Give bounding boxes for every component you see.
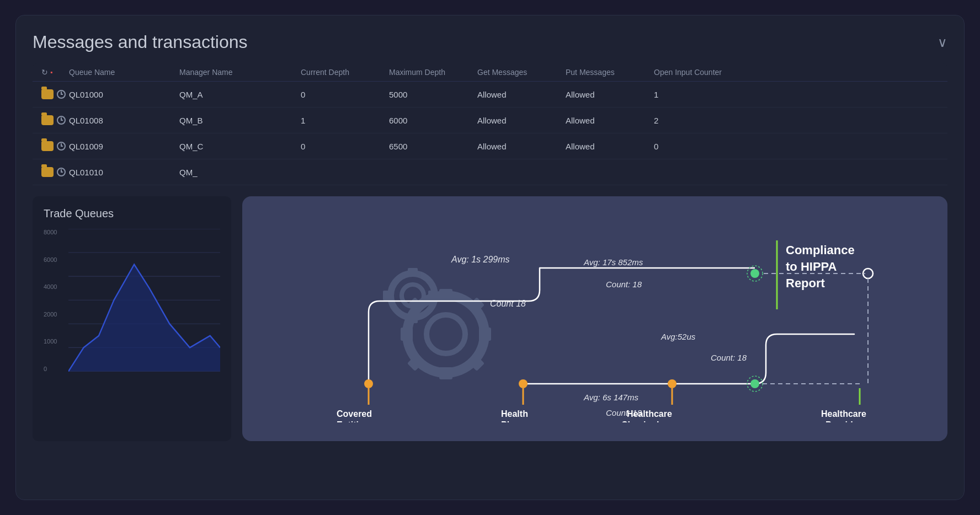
y-label-4000: 4000 xyxy=(44,283,57,290)
bottom-green-dot xyxy=(750,379,759,388)
clock-icon xyxy=(57,116,66,125)
y-label-2000: 2000 xyxy=(44,311,57,318)
clearinghouses-label: Healthcare xyxy=(627,409,672,419)
svg-text:Entities: Entities xyxy=(337,420,369,422)
row-icons xyxy=(41,167,69,177)
bottom-row: Trade Queues 8000 6000 4000 2000 1000 0 xyxy=(33,196,947,441)
cell-manager-name: QM_ xyxy=(179,168,301,177)
cell-put-messages: Allowed xyxy=(566,116,654,125)
table-row[interactable]: QL01009 QM_C 0 6500 Allowed Allowed 0 xyxy=(33,133,947,159)
section-title-text: Messages and transactions xyxy=(33,32,248,52)
cell-open-input-counter: 0 xyxy=(654,142,742,151)
y-label-6000: 6000 xyxy=(44,256,57,263)
col-header-queue-name: Queue Name xyxy=(69,68,179,77)
cell-get-messages: Allowed xyxy=(477,116,566,125)
cell-open-input-counter: 1 xyxy=(654,90,742,99)
alert-icon: ▪ xyxy=(50,68,52,76)
compliance-label: Compliance xyxy=(786,243,855,257)
col-header-manager-name: Manager Name xyxy=(179,68,301,77)
bottom-count1-label: Count: 18 xyxy=(711,353,747,362)
col-header-maximum-depth: Maximum Depth xyxy=(389,68,477,77)
svg-text:Plans: Plans xyxy=(501,420,525,422)
cell-manager-name: QM_C xyxy=(179,142,301,151)
cell-current-depth: 0 xyxy=(301,90,389,99)
flow-diagram-panel: Avg: 1s 299ms Count 18 Avg: 17s 852ms Co… xyxy=(242,196,947,441)
chart-area: 8000 6000 4000 2000 1000 0 xyxy=(44,229,220,383)
cell-manager-name: QM_B xyxy=(179,116,301,125)
top-avg-label: Avg: 1s 299ms xyxy=(451,255,510,264)
health-plans-label: Health xyxy=(501,409,528,419)
folder-icon xyxy=(41,115,54,125)
y-label-0: 0 xyxy=(44,366,57,372)
svg-rect-20 xyxy=(408,268,418,277)
providers-label: Healthcare xyxy=(821,409,866,419)
col-header-current-depth: Current Depth xyxy=(301,68,389,77)
messages-section: Messages and transactions ∨ ↻ ▪ Queue Na… xyxy=(33,32,947,185)
folder-icon xyxy=(41,141,54,151)
row-icons xyxy=(41,141,69,151)
row-icons xyxy=(41,89,69,99)
table-row[interactable]: QL01000 QM_A 0 5000 Allowed Allowed 1 xyxy=(33,82,947,108)
cell-get-messages: Allowed xyxy=(477,142,566,151)
trade-queues-panel: Trade Queues 8000 6000 4000 2000 1000 0 xyxy=(33,196,231,441)
cell-open-input-counter: 2 xyxy=(654,116,742,125)
svg-rect-23 xyxy=(428,291,437,301)
y-axis: 8000 6000 4000 2000 1000 0 xyxy=(44,229,57,372)
table-row[interactable]: QL01010 QM_ xyxy=(33,159,947,185)
svg-rect-22 xyxy=(383,291,392,301)
cell-manager-name: QM_A xyxy=(179,90,301,99)
refresh-icon[interactable]: ↻ xyxy=(41,68,48,77)
messages-table: ↻ ▪ Queue Name Manager Name Current Dept… xyxy=(33,63,947,185)
clock-icon xyxy=(57,90,66,99)
gear-icons xyxy=(383,268,491,379)
mid-green-dot xyxy=(750,269,759,278)
cell-current-depth: 0 xyxy=(301,142,389,151)
svg-text:Report: Report xyxy=(786,276,825,290)
trade-queues-title: Trade Queues xyxy=(44,207,220,220)
chart-svg-container xyxy=(68,229,220,383)
cell-queue-name: QL01009 xyxy=(69,142,179,151)
cell-put-messages: Allowed xyxy=(566,142,654,151)
cell-maximum-depth: 6000 xyxy=(389,116,477,125)
header-icons-col: ↻ ▪ xyxy=(41,68,69,77)
cell-queue-name: QL01000 xyxy=(69,90,179,99)
folder-icon xyxy=(41,89,54,99)
svg-text:Providers: Providers xyxy=(825,420,866,422)
mid-count-label: Count: 18 xyxy=(606,280,642,289)
table-header-row: ↻ ▪ Queue Name Manager Name Current Dept… xyxy=(33,63,947,82)
covered-entities-dot xyxy=(364,379,373,388)
cell-queue-name: QL01010 xyxy=(69,168,179,177)
collapse-chevron[interactable]: ∨ xyxy=(938,35,947,50)
section-header: Messages and transactions ∨ xyxy=(33,32,947,52)
cell-queue-name: QL01008 xyxy=(69,116,179,125)
clock-icon xyxy=(57,168,66,176)
col-header-get-messages: Get Messages xyxy=(477,68,566,77)
flow-diagram-svg: Avg: 1s 299ms Count 18 Avg: 17s 852ms Co… xyxy=(264,213,925,422)
y-label-1000: 1000 xyxy=(44,338,57,345)
cell-put-messages: Allowed xyxy=(566,90,654,99)
cell-get-messages: Allowed xyxy=(477,90,566,99)
y-label-8000: 8000 xyxy=(44,229,57,235)
bottom-avg2-label: Avg: 6s 147ms xyxy=(583,393,638,402)
svg-text:to HIPPA: to HIPPA xyxy=(786,260,837,273)
folder-icon xyxy=(41,167,54,177)
svg-point-9 xyxy=(427,315,465,353)
row-icons xyxy=(41,115,69,125)
clearinghouses-dot xyxy=(668,379,677,388)
top-count-label: Count 18 xyxy=(490,299,526,308)
covered-entities-label: Covered xyxy=(337,409,372,419)
svg-rect-10 xyxy=(439,289,452,301)
line-chart-svg xyxy=(68,229,220,383)
bottom-avg1-label: Avg:52us xyxy=(661,332,696,341)
clock-icon xyxy=(57,142,66,151)
svg-rect-12 xyxy=(401,328,413,341)
cell-current-depth: 1 xyxy=(301,116,389,125)
health-plans-dot xyxy=(519,379,528,388)
svg-text:Clearinghouses: Clearinghouses xyxy=(621,420,688,422)
main-container: Messages and transactions ∨ ↻ ▪ Queue Na… xyxy=(15,15,965,500)
table-row[interactable]: QL01008 QM_B 1 6000 Allowed Allowed 2 xyxy=(33,108,947,133)
svg-rect-11 xyxy=(439,367,452,379)
cell-maximum-depth: 5000 xyxy=(389,90,477,99)
cell-maximum-depth: 6500 xyxy=(389,142,477,151)
svg-rect-13 xyxy=(479,328,491,341)
